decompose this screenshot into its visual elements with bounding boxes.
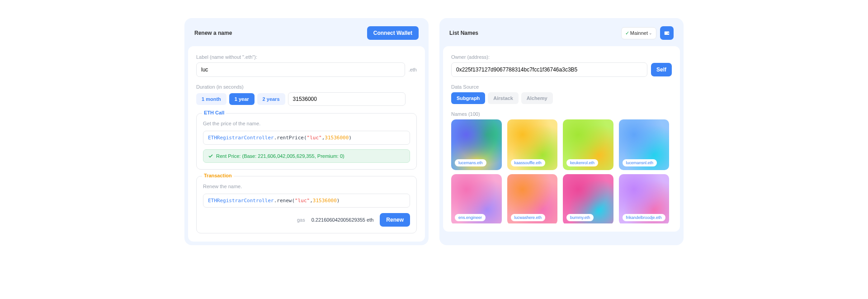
name-chip: lucwashere.eth — [511, 214, 546, 221]
list-title: List Names — [449, 30, 478, 36]
renew-card: Renew a name Connect Wallet Label (name … — [184, 18, 429, 245]
datasource-option[interactable]: Alchemy — [521, 92, 553, 104]
duration-section: Duration (in seconds) 1 month1 year2 yea… — [196, 84, 417, 106]
check-icon: ✓ — [625, 30, 629, 36]
renew-header: Renew a name Connect Wallet — [188, 22, 425, 46]
label-input[interactable] — [196, 62, 405, 77]
name-tile[interactable]: frikandelbroodje.eth — [619, 174, 670, 223]
duration-input[interactable] — [288, 92, 406, 106]
name-chip: lucemans.eth — [455, 159, 486, 166]
duration-label: Duration (in seconds) — [196, 84, 417, 90]
label-section: Label (name without ".eth"): .eth — [196, 54, 417, 77]
list-header: List Names ✓Mainnet ⌄ — [443, 22, 680, 46]
name-chip: ens.engineer — [455, 214, 486, 221]
names-count: Names (100) — [451, 111, 672, 117]
renew-title: Renew a name — [194, 30, 232, 36]
name-chip: kaassouffle.eth — [511, 159, 545, 166]
transaction-panel: Transaction Renew the name. ETHRegistrar… — [196, 176, 417, 233]
name-tile[interactable]: lucemans.eth — [451, 119, 502, 170]
gas-value: 0.221606042005629355 eth — [311, 217, 374, 223]
gas-label: gas — [297, 217, 305, 223]
names-grid[interactable]: lucemans.ethkaassouffle.ethkeukenrol.eth… — [451, 119, 672, 223]
eth-call-result: Rent Price: (Base: 221,606,042,005,629,3… — [203, 149, 410, 163]
svg-rect-1 — [668, 33, 669, 33]
name-tile[interactable]: lucemansnl.eth — [619, 119, 670, 170]
datasource-option[interactable]: Airstack — [488, 92, 518, 104]
name-tile[interactable]: keukenrol.eth — [563, 119, 613, 170]
connect-wallet-button[interactable]: Connect Wallet — [367, 26, 419, 40]
duration-preset[interactable]: 2 years — [257, 93, 285, 105]
duration-preset[interactable]: 1 month — [196, 93, 226, 105]
chevron-down-icon: ⌄ — [649, 31, 652, 35]
renew-button[interactable]: Renew — [380, 213, 410, 227]
eth-call-panel: ETH Call Get the price of the name. ETHR… — [196, 113, 417, 170]
datasource-section: Data Source SubgraphAirstackAlchemy — [451, 84, 672, 104]
name-tile[interactable]: kaassouffle.eth — [507, 119, 558, 170]
name-tile[interactable]: burnmy.eth — [563, 174, 613, 223]
list-body: Owner (address): Self Data Source Subgra… — [443, 46, 680, 232]
name-chip: burnmy.eth — [566, 214, 594, 221]
tx-sub: Renew the name. — [203, 184, 410, 189]
owner-section: Owner (address): Self — [451, 54, 672, 77]
datasource-label: Data Source — [451, 84, 672, 90]
name-chip: keukenrol.eth — [566, 159, 598, 166]
name-chip: frikandelbroodje.eth — [623, 214, 665, 221]
self-button[interactable]: Self — [651, 63, 672, 76]
label-suffix: .eth — [409, 67, 417, 72]
duration-preset[interactable]: 1 year — [229, 93, 255, 105]
datasource-option[interactable]: Subgraph — [451, 92, 485, 104]
owner-input[interactable] — [451, 62, 647, 77]
eth-call-code: ETHRegistrarController.rentPrice("luc", … — [203, 131, 410, 145]
renew-body: Label (name without ".eth"): .eth Durati… — [188, 46, 425, 242]
check-icon — [208, 153, 213, 159]
tx-footer: gas 0.221606042005629355 eth Renew — [203, 213, 410, 227]
name-chip: lucemansnl.eth — [623, 159, 657, 166]
owner-label: Owner (address): — [451, 54, 672, 60]
network-select[interactable]: ✓Mainnet ⌄ — [621, 27, 656, 39]
name-tile[interactable]: ens.engineer — [451, 174, 502, 223]
wallet-button[interactable] — [660, 26, 674, 40]
eth-call-sub: Get the price of the name. — [203, 121, 410, 126]
list-card: List Names ✓Mainnet ⌄ Owner (address): S… — [439, 18, 684, 245]
tx-title: Transaction — [202, 173, 234, 178]
eth-call-title: ETH Call — [202, 110, 226, 115]
tx-code: ETHRegistrarController.renew("luc", 3153… — [203, 194, 410, 208]
name-tile[interactable]: lucwashere.eth — [507, 174, 558, 223]
wallet-icon — [664, 30, 670, 36]
label-field-label: Label (name without ".eth"): — [196, 54, 417, 60]
